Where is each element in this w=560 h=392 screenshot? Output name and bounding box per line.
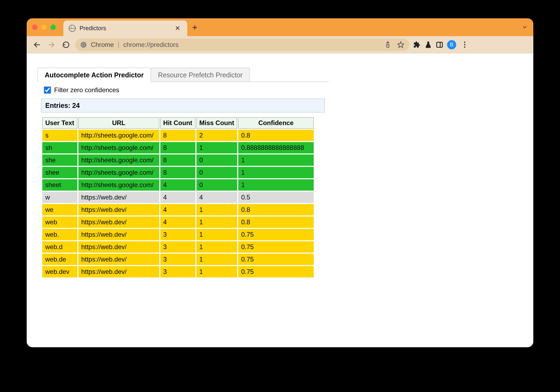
- cell-miss: 2: [196, 130, 237, 141]
- filter-zero-confidences-checkbox[interactable]: [44, 87, 51, 94]
- cell-user-text: web.de: [42, 254, 77, 265]
- cell-miss: 1: [196, 241, 237, 253]
- cell-user-text: w: [42, 192, 77, 203]
- cell-conf: 0.75: [238, 266, 314, 277]
- cell-hit: 8: [160, 130, 195, 141]
- reload-button[interactable]: [61, 39, 71, 50]
- cell-miss: 1: [196, 254, 237, 265]
- new-tab-button[interactable]: +: [192, 22, 198, 33]
- tab-close-button[interactable]: ✕: [173, 25, 182, 32]
- omnibox-url: chrome://predictors: [123, 41, 178, 49]
- entries-count-bar: Entries: 24: [41, 99, 325, 112]
- side-panel-icon[interactable]: [436, 41, 443, 49]
- svg-rect-7: [437, 42, 443, 47]
- cell-conf: 0.5: [238, 192, 314, 203]
- cell-user-text: we: [42, 204, 77, 215]
- cell-conf: 1: [238, 179, 314, 191]
- cell-hit: 3: [160, 266, 195, 277]
- cell-conf: 0.8: [238, 204, 314, 215]
- tab-label: Resource Prefetch Predictor: [158, 71, 243, 79]
- share-icon[interactable]: [384, 41, 392, 49]
- cell-hit: 4: [160, 204, 195, 215]
- chrome-icon: [80, 41, 87, 48]
- tab-search-button[interactable]: [522, 25, 527, 30]
- svg-marker-6: [397, 42, 404, 47]
- browser-tab-title: Predictors: [79, 25, 170, 32]
- cell-user-text: s: [42, 130, 77, 141]
- cell-miss: 1: [196, 216, 237, 228]
- cell-user-text: web: [42, 216, 77, 228]
- cell-user-text: web.: [42, 229, 77, 240]
- cell-user-text: web.dev: [42, 266, 77, 277]
- cell-miss: 4: [196, 192, 237, 203]
- cell-conf: 0.8888888888888888: [238, 142, 314, 153]
- omnibox-actions: [384, 41, 405, 49]
- cell-url: https://web.dev/: [78, 241, 159, 253]
- cell-miss: 0: [196, 167, 237, 178]
- page-content: Autocomplete Action Predictor Resource P…: [27, 53, 533, 347]
- table-row: web.devhttps://web.dev/310.75: [42, 266, 314, 277]
- cell-url: http://sheets.google.com/: [78, 154, 159, 166]
- table-row: whttps://web.dev/440.5: [42, 192, 314, 203]
- cell-conf: 1: [238, 167, 314, 178]
- omnibox-scheme-label: Chrome: [91, 41, 114, 49]
- cell-conf: 0.75: [238, 241, 314, 253]
- cell-url: http://sheets.google.com/: [78, 167, 159, 178]
- col-miss-count[interactable]: Miss Count: [196, 117, 237, 129]
- forward-button[interactable]: [46, 39, 57, 50]
- table-row: shttp://sheets.google.com/820.8: [42, 130, 314, 141]
- cell-url: http://sheets.google.com/: [78, 179, 159, 191]
- browser-tab-active[interactable]: Predictors ✕: [63, 20, 187, 36]
- cell-url: http://sheets.google.com/: [78, 130, 159, 141]
- svg-point-4: [83, 44, 85, 46]
- col-url[interactable]: URL: [78, 117, 159, 129]
- cell-hit: 3: [160, 254, 195, 265]
- cell-miss: 1: [196, 229, 237, 240]
- table-row: sheehttp://sheets.google.com/801: [42, 167, 314, 178]
- extensions-icon[interactable]: [413, 41, 421, 49]
- browser-menu-button[interactable]: [460, 40, 469, 49]
- cell-conf: 0.75: [238, 229, 314, 240]
- omnibox[interactable]: Chrome | chrome://predictors: [75, 39, 409, 51]
- cell-miss: 0: [196, 179, 237, 191]
- avatar-initial: B: [450, 42, 453, 48]
- table-header-row: User Text URL Hit Count Miss Count Confi…: [42, 117, 314, 129]
- cell-conf: 1: [238, 154, 314, 166]
- predictor-table: User Text URL Hit Count Miss Count Confi…: [41, 116, 315, 278]
- window-close-button[interactable]: [32, 25, 37, 30]
- cell-user-text: shee: [42, 167, 77, 178]
- filter-zero-confidences-label[interactable]: Filter zero confidences: [54, 86, 119, 94]
- table-row: web.dhttps://web.dev/310.75: [42, 241, 314, 253]
- back-button[interactable]: [32, 39, 42, 50]
- window-zoom-button[interactable]: [50, 25, 56, 30]
- table-row: webhttps://web.dev/410.8: [42, 216, 314, 228]
- cell-url: http://sheets.google.com/: [78, 142, 159, 153]
- address-bar-row: Chrome | chrome://predictors B: [27, 36, 533, 53]
- tab-label: Autocomplete Action Predictor: [45, 71, 144, 79]
- labs-icon[interactable]: [424, 41, 432, 49]
- cell-url: https://web.dev/: [78, 254, 159, 265]
- cell-user-text: she: [42, 154, 77, 166]
- tab-autocomplete-action-predictor[interactable]: Autocomplete Action Predictor: [37, 68, 151, 82]
- col-hit-count[interactable]: Hit Count: [160, 117, 195, 129]
- table-row: shhttp://sheets.google.com/810.888888888…: [42, 142, 314, 153]
- cell-hit: 4: [160, 192, 195, 203]
- cell-hit: 8: [160, 167, 195, 178]
- col-confidence[interactable]: Confidence: [238, 117, 314, 129]
- window-controls: [32, 25, 56, 30]
- omnibox-divider: |: [117, 40, 119, 49]
- cell-hit: 3: [160, 241, 195, 253]
- cell-miss: 0: [196, 154, 237, 166]
- cell-miss: 1: [196, 142, 237, 153]
- filter-row: Filter zero confidences: [37, 82, 329, 98]
- tab-resource-prefetch-predictor[interactable]: Resource Prefetch Predictor: [151, 68, 250, 82]
- bookmark-star-icon[interactable]: [397, 41, 405, 49]
- profile-avatar[interactable]: B: [447, 40, 456, 49]
- cell-conf: 0.8: [238, 130, 314, 141]
- window-minimize-button[interactable]: [41, 25, 47, 30]
- cell-url: https://web.dev/: [78, 204, 159, 215]
- cell-url: https://web.dev/: [78, 216, 159, 228]
- table-row: wehttps://web.dev/410.8: [42, 204, 314, 215]
- col-user-text[interactable]: User Text: [42, 117, 77, 129]
- table-row: web.https://web.dev/310.75: [42, 229, 314, 240]
